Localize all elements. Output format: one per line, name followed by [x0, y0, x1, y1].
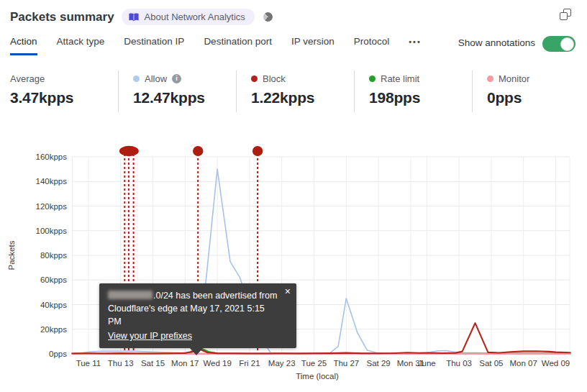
svg-text:80kpps: 80kpps	[40, 251, 67, 260]
tab-destination-ip[interactable]: Destination IP	[124, 36, 184, 55]
stat-monitor-value: 0pps	[487, 89, 587, 106]
annotation-tooltip: × .0/24 has been advertised from Cloudfl…	[99, 283, 296, 348]
svg-text:Thu 03: Thu 03	[446, 359, 472, 368]
svg-text:160kpps: 160kpps	[36, 152, 68, 161]
pie-icon[interactable]	[263, 12, 273, 22]
svg-text:100kpps: 100kpps	[36, 227, 68, 235]
svg-text:May 23: May 23	[268, 359, 296, 368]
stat-allow-value: 12.47kpps	[133, 89, 236, 106]
svg-text:140kpps: 140kpps	[36, 177, 68, 186]
tab-list: Action Attack type Destination IP Destin…	[10, 36, 422, 55]
stat-rate-limit: Rate limit 198pps	[354, 70, 472, 112]
svg-text:Mon 17: Mon 17	[171, 359, 199, 368]
tab-destination-port[interactable]: Destination port	[204, 36, 272, 55]
svg-text:0pps: 0pps	[49, 350, 67, 358]
copy-icon[interactable]	[560, 9, 571, 20]
tabs-row: Action Attack type Destination IP Destin…	[10, 36, 575, 55]
stat-monitor: Monitor 0pps	[472, 70, 587, 112]
allow-dot-icon	[133, 76, 140, 82]
svg-text:20kpps: 20kpps	[40, 325, 67, 334]
stat-rate-limit-label: Rate limit	[381, 73, 419, 84]
stat-monitor-label: Monitor	[499, 73, 529, 84]
toggle-knob	[560, 37, 574, 51]
svg-text:Sat 15: Sat 15	[141, 359, 165, 368]
about-badge-label: About Network Analytics	[145, 12, 245, 22]
book-icon	[128, 12, 140, 22]
tab-ip-version[interactable]: IP version	[291, 36, 335, 55]
info-icon[interactable]	[172, 74, 181, 83]
packets-chart[interactable]: 0pps20kpps40kpps60kpps80kpps100kpps120kp…	[0, 137, 587, 392]
svg-text:Wed 09: Wed 09	[542, 359, 570, 368]
svg-text:Wed 19: Wed 19	[203, 359, 231, 368]
svg-text:Tue 25: Tue 25	[301, 359, 327, 368]
show-annotations-label: Show annotations	[458, 37, 535, 48]
header: Packets summary About Network Analytics	[10, 9, 273, 25]
show-annotations-toggle[interactable]	[542, 36, 575, 52]
svg-text:Fri 21: Fri 21	[239, 359, 260, 368]
tab-attack-type[interactable]: Attack type	[57, 36, 105, 55]
svg-text:Thu 13: Thu 13	[108, 359, 134, 368]
stat-allow: Allow 12.47kpps	[118, 70, 236, 112]
stat-average: Average 3.47kpps	[0, 70, 118, 112]
stat-average-value: 3.47kpps	[10, 89, 118, 106]
svg-text:Packets: Packets	[7, 240, 16, 270]
svg-text:120kpps: 120kpps	[36, 202, 68, 211]
stat-block: Block 1.22kpps	[236, 70, 354, 112]
stat-block-label: Block	[263, 73, 286, 84]
stats-row: Average 3.47kpps Allow 12.47kpps Block 1…	[0, 70, 587, 112]
svg-text:Sat 29: Sat 29	[366, 359, 390, 368]
rate-limit-dot-icon	[369, 76, 376, 82]
svg-text:Sat 05: Sat 05	[479, 359, 503, 368]
about-network-analytics-badge[interactable]: About Network Analytics	[122, 9, 255, 25]
tab-action[interactable]: Action	[10, 36, 37, 55]
svg-text:60kpps: 60kpps	[40, 275, 67, 284]
svg-text:June: June	[418, 359, 436, 368]
redacted-ip-prefix	[108, 291, 153, 299]
more-tabs-icon[interactable]: •••	[409, 36, 422, 55]
copy-icon-front	[560, 12, 568, 20]
svg-text:40kpps: 40kpps	[40, 301, 67, 309]
svg-text:Thu 27: Thu 27	[333, 359, 359, 368]
stat-average-label: Average	[10, 73, 45, 84]
stat-block-value: 1.22kpps	[251, 89, 354, 106]
stat-allow-label: Allow	[145, 73, 167, 84]
view-ip-prefixes-link[interactable]: View your IP prefixes	[108, 329, 192, 342]
monitor-dot-icon	[487, 76, 493, 82]
svg-text:Time (local): Time (local)	[296, 372, 339, 380]
svg-text:Mon 07: Mon 07	[510, 359, 537, 368]
page-title: Packets summary	[10, 10, 114, 24]
stat-rate-limit-value: 198pps	[369, 89, 472, 106]
block-dot-icon	[251, 76, 258, 82]
tab-protocol[interactable]: Protocol	[354, 36, 390, 55]
svg-text:Tue 11: Tue 11	[76, 359, 101, 368]
close-icon[interactable]: ×	[285, 286, 291, 296]
